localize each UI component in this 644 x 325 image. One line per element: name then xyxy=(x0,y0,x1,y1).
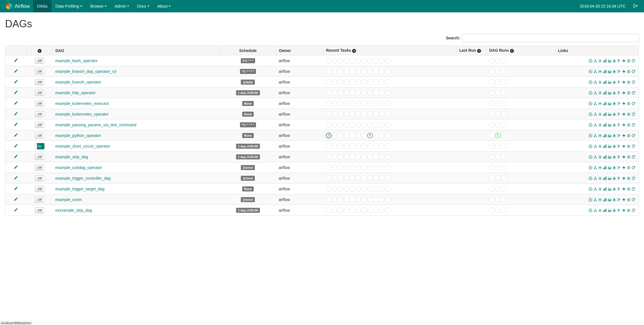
gantt-icon[interactable] xyxy=(617,134,621,138)
landing-times-icon[interactable] xyxy=(612,91,616,95)
graph-view-icon[interactable] xyxy=(598,69,602,74)
status-circle[interactable] xyxy=(326,197,332,202)
edit-dag-icon[interactable] xyxy=(14,186,18,191)
status-circle[interactable] xyxy=(332,186,337,192)
status-circle[interactable] xyxy=(501,143,507,149)
task-tries-icon[interactable] xyxy=(607,101,612,106)
status-circle[interactable] xyxy=(344,101,349,106)
graph-view-icon[interactable] xyxy=(598,198,602,202)
status-circle[interactable] xyxy=(344,154,349,160)
status-circle[interactable] xyxy=(495,79,501,85)
status-circle[interactable] xyxy=(367,154,373,160)
status-circle[interactable] xyxy=(350,133,355,138)
status-circle[interactable] xyxy=(373,69,379,74)
status-circle[interactable] xyxy=(367,143,373,149)
logs-icon[interactable] xyxy=(627,59,631,63)
schedule-badge[interactable]: 0 0 * * * xyxy=(241,58,255,63)
dag-toggle[interactable]: Off xyxy=(35,207,44,213)
landing-times-icon[interactable] xyxy=(612,176,616,180)
status-circle[interactable] xyxy=(338,197,343,202)
status-circle[interactable] xyxy=(385,186,391,192)
schedule-badge[interactable]: None xyxy=(242,133,254,138)
status-circle[interactable] xyxy=(501,58,507,64)
trigger-dag-icon[interactable] xyxy=(588,134,593,138)
task-tries-icon[interactable] xyxy=(607,144,612,148)
status-circle[interactable] xyxy=(501,207,507,213)
dag-toggle[interactable]: Off xyxy=(35,154,44,160)
status-circle[interactable] xyxy=(489,197,495,202)
gantt-icon[interactable] xyxy=(617,69,621,74)
status-circle[interactable] xyxy=(338,111,343,117)
task-tries-icon[interactable] xyxy=(607,166,612,170)
logs-icon[interactable] xyxy=(627,176,631,180)
tree-view-icon[interactable] xyxy=(593,69,597,74)
status-circle[interactable] xyxy=(355,143,361,149)
status-circle[interactable] xyxy=(367,90,373,96)
nav-item-about[interactable]: About xyxy=(153,0,175,12)
status-circle[interactable] xyxy=(350,101,355,106)
tree-view-icon[interactable] xyxy=(593,144,597,148)
schedule-badge[interactable]: 1 day, 0:00:00 xyxy=(236,208,260,213)
status-circle[interactable] xyxy=(501,101,507,106)
nav-item-data-profiling[interactable]: Data Profiling xyxy=(51,0,86,12)
gantt-icon[interactable] xyxy=(617,155,621,159)
status-circle[interactable] xyxy=(332,133,337,138)
status-circle[interactable] xyxy=(379,143,385,149)
status-circle[interactable] xyxy=(361,69,367,74)
gantt-icon[interactable] xyxy=(617,59,621,63)
dag-link[interactable]: example_passing_params_via_test_command xyxy=(55,123,137,127)
task-tries-icon[interactable] xyxy=(607,176,612,180)
logs-icon[interactable] xyxy=(627,101,631,106)
status-circle[interactable] xyxy=(326,58,332,64)
status-circle[interactable] xyxy=(350,165,355,170)
status-circle[interactable] xyxy=(379,133,385,138)
logs-icon[interactable] xyxy=(627,144,631,148)
status-circle[interactable] xyxy=(489,165,495,170)
status-circle[interactable] xyxy=(379,111,385,117)
dag-link[interactable]: example_subdag_operator xyxy=(55,165,102,170)
th-schedule[interactable]: Schedule xyxy=(220,46,276,55)
status-circle[interactable] xyxy=(489,69,495,74)
graph-view-icon[interactable] xyxy=(598,101,602,106)
status-circle[interactable] xyxy=(344,79,349,85)
task-tries-icon[interactable] xyxy=(607,155,612,159)
refresh-icon[interactable] xyxy=(631,101,636,106)
schedule-badge[interactable]: @daily xyxy=(241,80,255,85)
status-circle[interactable] xyxy=(355,79,361,85)
status-circle[interactable] xyxy=(344,90,349,96)
status-circle[interactable] xyxy=(338,175,343,181)
task-tries-icon[interactable] xyxy=(607,112,612,116)
status-circle[interactable] xyxy=(373,122,379,128)
status-circle[interactable] xyxy=(326,79,332,85)
status-circle[interactable] xyxy=(350,58,355,64)
code-icon[interactable] xyxy=(622,176,626,180)
task-duration-icon[interactable] xyxy=(603,208,607,213)
status-circle[interactable] xyxy=(373,101,379,106)
status-circle[interactable] xyxy=(373,175,379,181)
landing-times-icon[interactable] xyxy=(612,208,616,213)
schedule-badge[interactable]: None xyxy=(242,101,254,106)
status-circle[interactable] xyxy=(332,207,337,213)
status-circle[interactable] xyxy=(361,165,367,170)
tree-view-icon[interactable] xyxy=(593,187,597,191)
graph-view-icon[interactable] xyxy=(598,123,602,127)
status-circle[interactable] xyxy=(373,143,379,149)
status-circle[interactable] xyxy=(326,90,332,96)
status-circle[interactable] xyxy=(501,79,507,85)
status-circle[interactable] xyxy=(361,175,367,181)
graph-view-icon[interactable] xyxy=(598,166,602,170)
edit-dag-icon[interactable] xyxy=(14,207,18,213)
status-circle[interactable] xyxy=(379,154,385,160)
dag-link[interactable]: example_xcom xyxy=(55,197,82,202)
status-circle[interactable] xyxy=(385,207,391,213)
tree-view-icon[interactable] xyxy=(593,134,597,138)
status-circle[interactable] xyxy=(344,143,349,149)
code-icon[interactable] xyxy=(622,123,626,127)
schedule-badge[interactable]: 1 day, 0:00:00 xyxy=(236,144,260,149)
landing-times-icon[interactable] xyxy=(612,59,616,63)
edit-dag-icon[interactable] xyxy=(14,165,18,170)
status-circle[interactable] xyxy=(355,133,361,138)
status-circle[interactable] xyxy=(489,101,495,106)
trigger-dag-icon[interactable] xyxy=(588,155,593,159)
task-tries-icon[interactable] xyxy=(607,123,612,127)
